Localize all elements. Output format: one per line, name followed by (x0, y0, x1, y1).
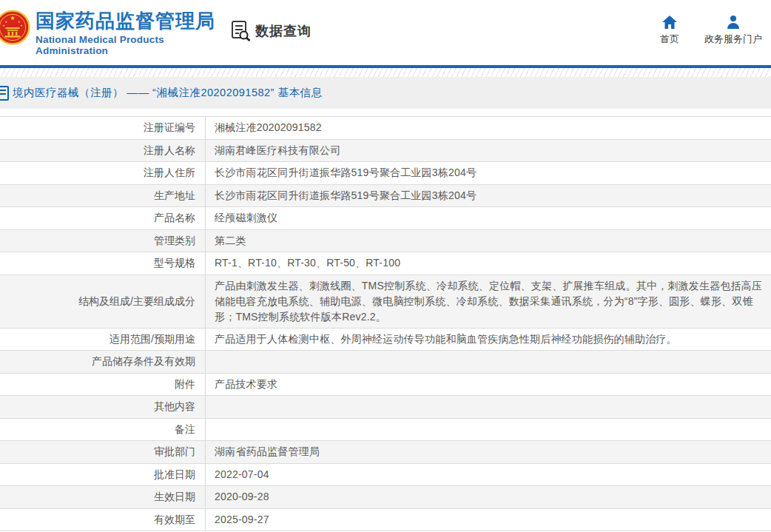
row-value: 产品适用于人体检测中枢、外周神经运动传导功能和脑血管疾病急性期后神经功能损伤的辅… (206, 329, 771, 350)
row-label: 注册人住所 (0, 162, 206, 184)
row-label: 管理类别 (0, 230, 206, 252)
table-row: 生效日期 2020-09-28 (0, 486, 771, 509)
row-value: 湖南省药品监督管理局 (206, 441, 771, 462)
table-row: 结构及组成/主要组成成分 产品由刺激发生器、刺激线圈、TMS控制系统、冷却系统、… (0, 275, 771, 329)
row-label: 产品储存条件及有效期 (0, 351, 206, 373)
svg-text:★: ★ (20, 24, 23, 27)
national-emblem-icon: ★ ★ ★ ★ ★ (0, 7, 30, 47)
table-row: 管理类别 第二类 (0, 230, 771, 253)
row-label: 附件 (0, 374, 206, 396)
row-label: 结构及组成/主要组成成分 (0, 275, 206, 328)
nav-portal-label: 政务服务门户 (704, 33, 762, 46)
data-query-label: 数据查询 (255, 22, 312, 40)
table-row: 批准日期 2022-07-04 (0, 464, 771, 487)
svg-text:★: ★ (2, 24, 5, 27)
row-value: RT-1、RT-10、RT-30、RT-50、RT-100 (206, 252, 771, 274)
stripe-band (0, 68, 771, 77)
site-title: 国家药品监督管理局 (36, 10, 222, 32)
row-value: 第二类 (206, 230, 771, 252)
row-value: 经颅磁刺激仪 (206, 207, 771, 229)
table-row: 产品储存条件及有效期 (0, 351, 771, 374)
table-row: 适用范围/预期用途 产品适用于人体检测中枢、外周神经运动传导功能和脑血管疾病急性… (0, 329, 771, 351)
row-label: 型号规格 (0, 252, 206, 275)
nav-home[interactable]: 首页 (660, 15, 679, 46)
row-value: 2020-09-28 (206, 486, 771, 508)
table-row: 审批部门 湖南省药品监督管理局 (0, 441, 771, 464)
top-nav: 首页 政务服务门户 (660, 15, 762, 46)
site-logo[interactable]: ★ ★ ★ ★ ★ 国家药品监督管理局 National Medical Pro… (0, 0, 222, 65)
table-row: 注册人名称 湖南君峰医疗科技有限公司 (0, 140, 771, 163)
breadcrumb-band: 境内医疗器械（注册） —— “湘械注准20202091582” 基本信息 (0, 77, 771, 109)
row-value (206, 404, 771, 410)
home-icon (661, 15, 678, 30)
info-table: 注册证编号 湘械注准20202091582 注册人名称 湖南君峰医疗科技有限公司… (0, 116, 771, 531)
table-row: 产品名称 经颅磁刺激仪 (0, 207, 771, 230)
data-query-section[interactable]: 数据查询 (231, 20, 312, 41)
svg-text:★: ★ (4, 20, 7, 24)
row-value: 湖南君峰医疗科技有限公司 (206, 140, 771, 161)
nav-portal[interactable]: 政务服务门户 (704, 15, 762, 46)
row-label: 适用范围/预期用途 (0, 329, 206, 351)
page-title: 境内医疗器械（注册） —— “湘械注准20202091582” 基本信息 (13, 86, 322, 100)
logo-text: 国家药品监督管理局 National Medical Products Admi… (36, 10, 222, 56)
user-icon (726, 15, 741, 30)
row-label: 注册人名称 (0, 140, 206, 162)
svg-text:★: ★ (18, 20, 21, 24)
svg-text:★: ★ (10, 15, 15, 21)
row-label: 审批部门 (0, 441, 206, 463)
row-label: 注册证编号 (0, 117, 206, 139)
row-label: 批准日期 (0, 464, 206, 486)
row-label: 生效日期 (0, 486, 206, 508)
table-row: 其他内容 (0, 396, 771, 419)
spacer (0, 109, 771, 116)
document-search-icon (231, 20, 251, 41)
row-label: 其他内容 (0, 396, 206, 418)
row-value: 长沙市雨花区同升街道振华路519号聚合工业园3栋204号 (206, 185, 771, 206)
table-row: 注册人住所 长沙市雨花区同升街道振华路519号聚合工业园3栋204号 (0, 162, 771, 185)
row-value (206, 426, 771, 432)
clipped-document-icon (0, 86, 9, 101)
table-row: 有效期至 2025-09-27 (0, 509, 771, 532)
site-subtitle: National Medical Products Administration (36, 34, 222, 56)
row-value (206, 359, 771, 365)
row-label: 有效期至 (0, 509, 206, 531)
row-label: 产品名称 (0, 207, 206, 229)
table-row: 附件 产品技术要求 (0, 374, 771, 397)
row-value: 长沙市雨花区同升街道振华路519号聚合工业园3栋204号 (206, 162, 771, 183)
row-value: 2025-09-27 (206, 509, 771, 531)
row-value: 湘械注准20202091582 (206, 117, 771, 138)
row-value: 产品技术要求 (206, 374, 771, 395)
row-label: 备注 (0, 419, 206, 441)
row-label: 生产地址 (0, 185, 206, 207)
site-header: ★ ★ ★ ★ ★ 国家药品监督管理局 National Medical Pro… (0, 0, 771, 65)
table-row: 生产地址 长沙市雨花区同升街道振华路519号聚合工业园3栋204号 (0, 185, 771, 208)
table-row: 备注 (0, 419, 771, 442)
nav-home-label: 首页 (660, 33, 679, 46)
row-value: 产品由刺激发生器、刺激线圈、TMS控制系统、冷却系统、定位帽、支架、扩展推车组成… (206, 275, 771, 328)
table-row: 型号规格 RT-1、RT-10、RT-30、RT-50、RT-100 (0, 252, 771, 275)
table-row: 注册证编号 湘械注准20202091582 (0, 117, 771, 140)
row-value: 2022-07-04 (206, 464, 771, 485)
